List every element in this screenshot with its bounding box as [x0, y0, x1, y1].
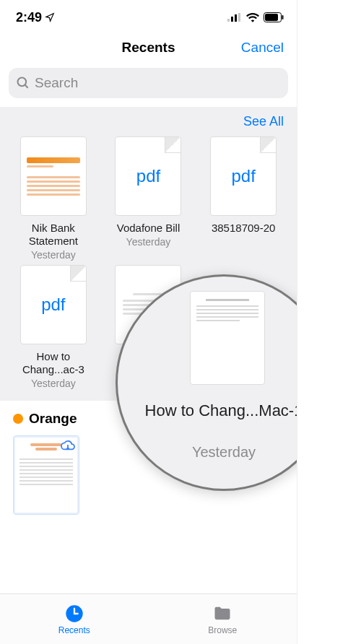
- file-date: Yesterday: [31, 378, 76, 389]
- file-thumbnail-statement: [20, 136, 87, 216]
- tab-label: Recents: [58, 625, 90, 635]
- file-item[interactable]: pdf 38518709-20: [199, 136, 288, 261]
- page-title: Recents: [122, 40, 175, 56]
- svg-rect-6: [282, 15, 284, 19]
- svg-rect-5: [265, 14, 278, 21]
- tab-browse[interactable]: Browse: [149, 594, 297, 644]
- search-wrap: Search: [0, 65, 297, 107]
- file-thumbnail-pdf: pdf: [115, 136, 181, 216]
- svg-rect-1: [231, 17, 233, 22]
- folder-icon: [212, 604, 232, 624]
- svg-rect-0: [227, 19, 230, 22]
- nav-header: Recents Cancel: [0, 30, 297, 65]
- orange-dot-icon: [13, 414, 23, 424]
- file-name: Nik Bank Statement: [29, 222, 78, 248]
- file-item[interactable]: Nik Bank Statement Yesterday: [9, 136, 98, 261]
- file-item[interactable]: pdf Vodafone Bill Yesterday: [104, 136, 193, 261]
- tab-label: Browse: [208, 625, 237, 635]
- search-placeholder: Search: [35, 75, 78, 91]
- signal-icon: [227, 13, 242, 22]
- status-time: 2:49: [16, 10, 42, 25]
- battery-icon: [264, 12, 284, 22]
- clock-icon: [64, 604, 84, 624]
- file-name: 38518709-20: [212, 222, 275, 235]
- svg-line-8: [25, 85, 28, 88]
- svg-point-7: [18, 78, 27, 87]
- orange-label: Orange: [29, 411, 77, 427]
- file-item[interactable]: pdf How to Chang...ac-3 Yesterday: [9, 265, 98, 389]
- file-date: Yesterday: [126, 236, 171, 248]
- file-name: How to Chang...ac-3: [22, 350, 84, 376]
- status-left: 2:49: [16, 10, 55, 25]
- cancel-button[interactable]: Cancel: [241, 40, 284, 56]
- tab-bar: Recents Browse: [0, 593, 297, 644]
- location-icon: [45, 12, 55, 22]
- cloud-download-icon: [60, 439, 76, 452]
- file-date: Yesterday: [31, 249, 76, 261]
- file-thumbnail-pdf: pdf: [20, 265, 87, 344]
- magnified-file-name: How to Chang...Mac-1: [118, 401, 297, 421]
- status-bar: 2:49: [0, 0, 297, 26]
- magnified-thumbnail: [190, 291, 265, 385]
- orange-file-item[interactable]: [13, 435, 79, 515]
- file-name: Vodafone Bill: [117, 222, 180, 235]
- status-right: [227, 12, 284, 22]
- wifi-icon: [246, 12, 259, 22]
- tab-recents[interactable]: Recents: [0, 594, 149, 644]
- see-all-link[interactable]: See All: [9, 114, 288, 136]
- files-picker-screen: 2:49 Recents Cancel Search See All: [0, 0, 297, 644]
- svg-rect-3: [238, 13, 240, 22]
- search-input[interactable]: Search: [9, 68, 288, 98]
- file-thumbnail-pdf: pdf: [210, 136, 277, 216]
- search-icon: [16, 76, 30, 90]
- svg-rect-2: [235, 14, 237, 22]
